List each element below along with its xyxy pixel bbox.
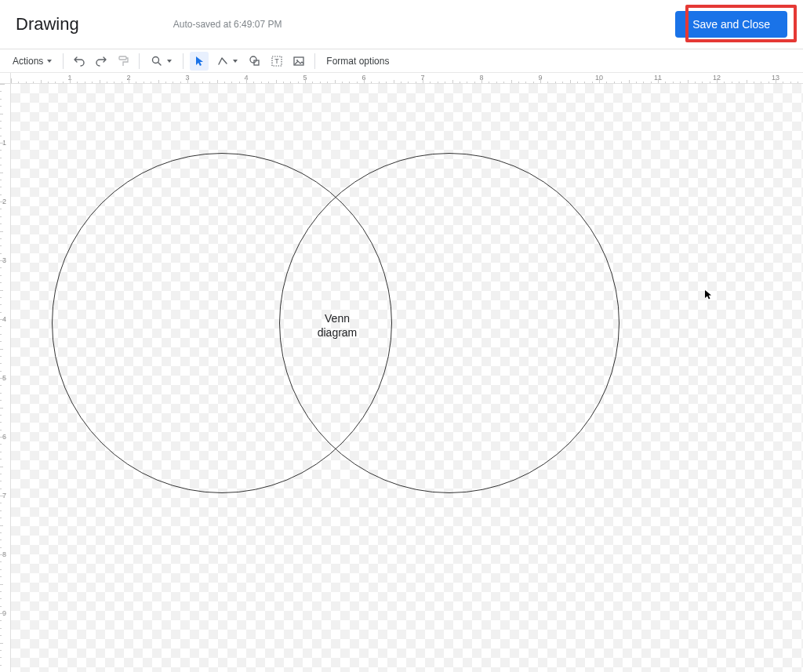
format-options-label: Format options [326, 56, 389, 67]
paint-roller-icon [117, 55, 129, 67]
undo-button[interactable] [70, 52, 89, 71]
zoom-icon [151, 55, 163, 67]
dialog-title: Drawing [16, 14, 79, 35]
svg-rect-0 [119, 56, 126, 60]
toolbar-divider [139, 53, 140, 69]
caret-down-icon [167, 60, 172, 63]
ruler-corner [0, 73, 11, 84]
venn-text-box[interactable]: Venn diagram [310, 311, 365, 340]
caret-down-icon [47, 60, 52, 63]
autosave-status: Auto-saved at 6:49:07 PM [173, 19, 282, 30]
image-icon [292, 55, 305, 67]
line-icon [216, 55, 229, 67]
format-options-button[interactable]: Format options [322, 52, 394, 71]
horizontal-ruler: 12345678910111213 [11, 73, 803, 84]
paint-format-button[interactable] [114, 52, 133, 71]
image-button[interactable] [289, 52, 308, 71]
caret-down-icon [233, 60, 238, 63]
text-box-icon: T [271, 55, 283, 67]
redo-button[interactable] [92, 52, 111, 71]
select-tool-button[interactable] [190, 52, 209, 71]
toolbar: Actions T Format options [0, 49, 803, 73]
venn-text-line1: Venn [325, 312, 350, 325]
drawing-canvas[interactable]: Venn diagram [11, 84, 803, 672]
toolbar-divider [183, 53, 183, 69]
toolbar-divider [314, 53, 315, 69]
undo-icon [73, 55, 85, 67]
vertical-ruler: 123456789 [0, 84, 11, 672]
cursor-icon [194, 56, 205, 67]
mouse-cursor-icon [704, 289, 712, 300]
svg-text:T: T [275, 57, 280, 65]
header: Drawing Auto-saved at 6:49:07 PM Save an… [0, 0, 803, 49]
line-tool-button[interactable] [212, 52, 242, 71]
actions-label: Actions [13, 56, 43, 67]
svg-line-2 [158, 62, 162, 65]
shape-tool-button[interactable] [245, 52, 264, 71]
text-box-button[interactable]: T [267, 52, 286, 71]
redo-icon [95, 55, 107, 67]
save-and-close-button[interactable]: Save and Close [675, 11, 787, 38]
venn-text-line2: diagram [318, 326, 358, 339]
actions-menu-button[interactable]: Actions [8, 52, 56, 71]
shape-icon [249, 55, 261, 67]
svg-point-3 [250, 56, 256, 63]
zoom-button[interactable] [146, 52, 176, 71]
toolbar-divider [63, 53, 64, 69]
